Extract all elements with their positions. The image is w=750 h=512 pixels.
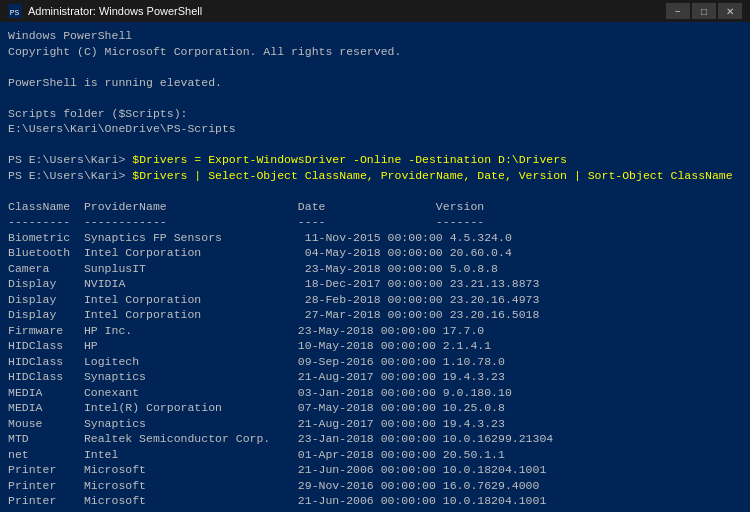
console-line: Printer Microsoft 29-Nov-2016 00:00:00 1…: [8, 478, 742, 494]
console-line: E:\Users\Kari\OneDrive\PS-Scripts: [8, 121, 742, 137]
maximize-button[interactable]: □: [692, 3, 716, 19]
console-line: PS E:\Users\Kari> $Drivers | Select-Obje…: [8, 168, 742, 184]
title-bar-left: PS Administrator: Windows PowerShell: [8, 4, 202, 18]
console-line: Scripts folder ($Scripts):: [8, 106, 742, 122]
console-line: PS E:\Users\Kari> $Drivers = Export-Wind…: [8, 152, 742, 168]
minimize-button[interactable]: −: [666, 3, 690, 19]
title-bar-controls: − □ ✕: [666, 3, 742, 19]
console-line: Mouse Synaptics 21-Aug-2017 00:00:00 19.…: [8, 416, 742, 432]
console-line: MEDIA Conexant 03-Jan-2018 00:00:00 9.0.…: [8, 385, 742, 401]
console-line: --------- ------------ ---- -------: [8, 214, 742, 230]
console-line: HIDClass Logitech 09-Sep-2016 00:00:00 1…: [8, 354, 742, 370]
console-line: Windows PowerShell: [8, 28, 742, 44]
console-line: Firmware HP Inc. 23-May-2018 00:00:00 17…: [8, 323, 742, 339]
console-line: ClassName ProviderName Date Version: [8, 199, 742, 215]
console-line: MTD Realtek Semiconductor Corp. 23-Jan-2…: [8, 431, 742, 447]
title-bar-text: Administrator: Windows PowerShell: [28, 5, 202, 17]
console-line: Display Intel Corporation 28-Feb-2018 00…: [8, 292, 742, 308]
svg-text:PS: PS: [10, 8, 20, 17]
console-line: Bluetooth Intel Corporation 04-May-2018 …: [8, 245, 742, 261]
console-line: [8, 183, 742, 199]
console-line: [8, 90, 742, 106]
console-line: PowerShell is running elevated.: [8, 75, 742, 91]
close-button[interactable]: ✕: [718, 3, 742, 19]
console-line: [8, 137, 742, 153]
console-line: HIDClass Synaptics 21-Aug-2017 00:00:00 …: [8, 369, 742, 385]
console-line: Display Intel Corporation 27-Mar-2018 00…: [8, 307, 742, 323]
console-line: Display NVIDIA 18-Dec-2017 00:00:00 23.2…: [8, 276, 742, 292]
console-line: net Intel 01-Apr-2018 00:00:00 20.50.1.1: [8, 447, 742, 463]
console-line: MEDIA Intel(R) Corporation 07-May-2018 0…: [8, 400, 742, 416]
console-line: HIDClass HP 10-May-2018 00:00:00 2.1.4.1: [8, 338, 742, 354]
console-line: Printer Microsoft 21-Jun-2006 00:00:00 1…: [8, 493, 742, 509]
console-line: [8, 59, 742, 75]
console-line: Copyright (C) Microsoft Corporation. All…: [8, 44, 742, 60]
console-line: Printer Microsoft 21-Jun-2006 00:00:00 1…: [8, 462, 742, 478]
title-bar: PS Administrator: Windows PowerShell − □…: [0, 0, 750, 22]
powershell-icon: PS: [8, 4, 22, 18]
console-line: Biometric Synaptics FP Sensors 11-Nov-20…: [8, 230, 742, 246]
console-window: Windows PowerShellCopyright (C) Microsof…: [0, 22, 750, 512]
console-line: Camera SunplusIT 23-May-2018 00:00:00 5.…: [8, 261, 742, 277]
